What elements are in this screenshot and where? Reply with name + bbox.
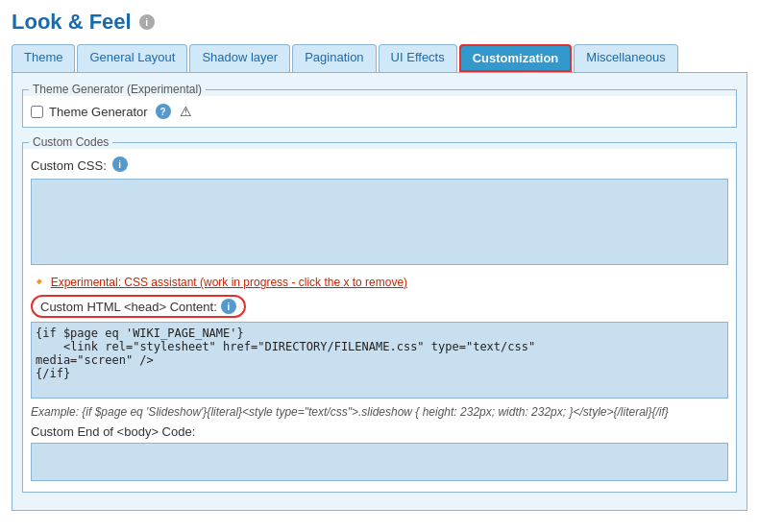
theme-generator-title: Theme Generator (Experimental)	[29, 83, 206, 96]
main-content: Theme Generator (Experimental) Theme Gen…	[12, 72, 747, 511]
tab-miscellaneous[interactable]: Miscellaneous	[574, 44, 677, 72]
tab-shadow-layer[interactable]: Shadow layer	[189, 44, 290, 72]
custom-html-outlined-label: Custom HTML <head> Content: i	[31, 295, 246, 318]
html-info-icon[interactable]: i	[221, 299, 236, 314]
page-title: Look & Feel i	[12, 10, 747, 35]
custom-end-textarea[interactable]	[31, 443, 728, 481]
custom-codes-inner: Custom CSS: i 🔸 Experimental: CSS assist…	[23, 149, 736, 492]
theme-generator-section: Theme Generator (Experimental) Theme Gen…	[22, 83, 737, 128]
tabs-row: Theme General Layout Shadow layer Pagina…	[12, 44, 747, 72]
theme-gen-row: Theme Generator ? ⚠	[31, 104, 728, 119]
tab-pagination[interactable]: Pagination	[292, 44, 376, 72]
page-title-text: Look & Feel	[12, 10, 132, 35]
custom-css-textarea[interactable]	[31, 179, 728, 265]
custom-codes-title: Custom Codes	[29, 135, 112, 149]
tab-ui-effects[interactable]: UI Effects	[379, 44, 457, 72]
css-field-row: Custom CSS: i	[31, 157, 728, 173]
theme-gen-warn-icon: ⚠	[179, 104, 194, 119]
custom-html-label-row: Custom HTML <head> Content: i	[31, 295, 728, 318]
example-text: Example: {if $page eq 'Slideshow'}{liter…	[31, 405, 728, 419]
experimental-link-row: 🔸 Experimental: CSS assistant (work in p…	[31, 274, 728, 289]
end-label: Custom End of <body> Code:	[31, 423, 195, 439]
theme-gen-checkbox-label[interactable]: Theme Generator	[31, 105, 148, 119]
tab-general-layout[interactable]: General Layout	[77, 44, 187, 72]
page-info-icon[interactable]: i	[139, 14, 155, 30]
theme-generator-inner: Theme Generator ? ⚠	[23, 96, 736, 127]
tab-theme[interactable]: Theme	[12, 44, 75, 72]
experimental-link[interactable]: Experimental: CSS assistant (work in pro…	[51, 276, 407, 289]
page-wrapper: Look & Feel i Theme General Layout Shado…	[0, 0, 759, 520]
css-label: Custom CSS:	[31, 157, 107, 173]
custom-codes-section: Custom Codes Custom CSS: i 🔸 Experimenta…	[22, 135, 737, 493]
end-label-row: Custom End of <body> Code:	[31, 424, 728, 439]
tab-customization[interactable]: Customization	[459, 44, 573, 72]
custom-html-textarea[interactable]: {if $page eq 'WIKI_PAGE_NAME'} <link rel…	[31, 322, 728, 399]
theme-gen-label: Theme Generator	[49, 105, 148, 119]
theme-gen-checkbox[interactable]	[31, 106, 43, 118]
experimental-icon: 🔸	[31, 274, 47, 289]
css-info-icon[interactable]: i	[112, 157, 128, 172]
theme-gen-help-icon[interactable]: ?	[156, 104, 171, 119]
